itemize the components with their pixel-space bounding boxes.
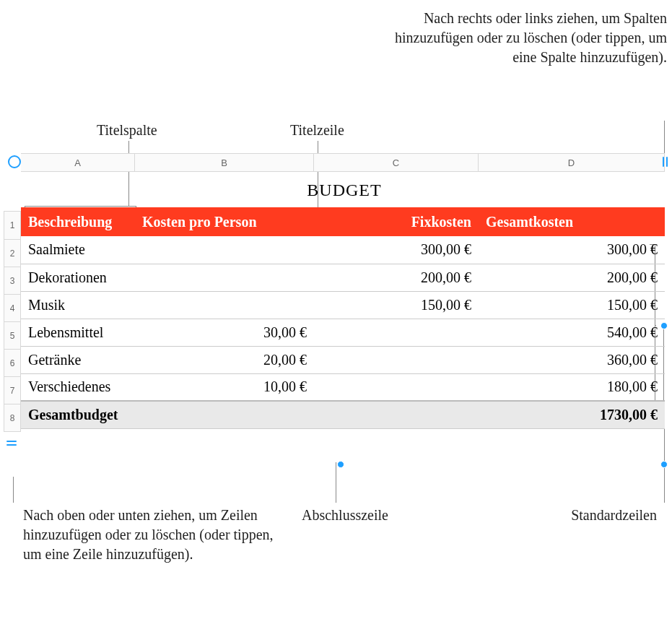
header-per-person[interactable]: Kosten pro Person (135, 207, 314, 236)
footer-total[interactable]: 1730,00 € (479, 401, 665, 428)
row-header-3[interactable]: 3 (4, 267, 21, 295)
row-header-4[interactable]: 4 (4, 295, 21, 322)
row-header-5[interactable]: 5 (4, 322, 21, 350)
column-header-row: A B C D (21, 153, 668, 172)
column-header-A[interactable]: A (21, 153, 135, 172)
column-header-C[interactable]: C (314, 153, 479, 172)
cell[interactable]: 200,00 € (479, 264, 665, 291)
leader-line (336, 462, 336, 503)
footer-row[interactable]: Gesamtbudget 1730,00 € (21, 401, 665, 428)
leader-line (664, 121, 665, 154)
cell[interactable]: 20,00 € (135, 346, 314, 373)
cell[interactable]: 360,00 € (479, 346, 665, 373)
cell[interactable]: 30,00 € (135, 319, 314, 346)
table-row[interactable]: Musik 150,00 € 150,00 € (21, 291, 665, 319)
callout-body-rows: Standardzeilen (520, 506, 657, 525)
cell[interactable] (135, 291, 314, 319)
table-row[interactable]: Getränke 20,00 € 360,00 € (21, 346, 665, 373)
cell[interactable] (314, 319, 479, 346)
header-fixed[interactable]: Fixkosten (314, 207, 479, 236)
cell[interactable]: Musik (21, 291, 135, 319)
header-row[interactable]: Beschreibung Kosten pro Person Fixkosten… (21, 207, 665, 236)
cell[interactable]: Verschiedenes (21, 373, 135, 401)
add-column-handle[interactable] (658, 155, 672, 169)
cell[interactable]: Saalmiete (21, 236, 135, 264)
cell[interactable]: 150,00 € (314, 291, 479, 319)
cell[interactable] (314, 346, 479, 373)
cell[interactable] (135, 264, 314, 291)
row-header-7[interactable]: 7 (4, 377, 21, 404)
table-row[interactable]: Verschiedenes 10,00 € 180,00 € (21, 373, 665, 401)
table-row[interactable]: Saalmiete 300,00 € 300,00 € (21, 236, 665, 264)
table-title[interactable]: BUDGET (21, 181, 668, 200)
budget-table[interactable]: Beschreibung Kosten pro Person Fixkosten… (21, 207, 665, 429)
leader-line (13, 477, 14, 503)
row-header-2[interactable]: 2 (4, 240, 21, 267)
callout-footer-row: Abschlusszeile (302, 506, 388, 525)
spreadsheet: A B C D 1 2 3 4 5 6 7 8 BUDGET Beschreib… (4, 153, 668, 432)
cell[interactable]: Lebensmittel (21, 319, 135, 346)
footer-label[interactable]: Gesamtbudget (21, 401, 135, 428)
column-header-D[interactable]: D (479, 153, 665, 172)
cell[interactable]: Getränke (21, 346, 135, 373)
selection-handle[interactable] (337, 461, 344, 468)
table-area: BUDGET Beschreibung Kosten pro Person Fi… (21, 181, 668, 432)
cell[interactable]: 300,00 € (479, 236, 665, 264)
row-header-gutter: 1 2 3 4 5 6 7 8 (4, 181, 21, 432)
header-desc[interactable]: Beschreibung (21, 207, 135, 236)
row-header-6[interactable]: 6 (4, 350, 21, 377)
selection-handle[interactable] (660, 461, 668, 468)
cell[interactable]: 200,00 € (314, 264, 479, 291)
cell[interactable] (314, 373, 479, 401)
row-header-1[interactable]: 1 (4, 211, 21, 240)
table-row[interactable]: Dekorationen 200,00 € 200,00 € (21, 264, 665, 291)
callout-columns-hint: Nach rechts oder links ziehen, um Spalte… (393, 9, 667, 67)
header-total[interactable]: Gesamtkosten (479, 207, 665, 236)
cell[interactable]: 10,00 € (135, 373, 314, 401)
row-header-8[interactable]: 8 (4, 404, 21, 432)
cell[interactable]: 180,00 € (479, 373, 665, 401)
cell[interactable] (135, 401, 314, 428)
table-select-handle[interactable] (8, 155, 21, 168)
selection-handle[interactable] (660, 322, 668, 329)
cell[interactable] (135, 236, 314, 264)
cell[interactable]: 150,00 € (479, 291, 665, 319)
add-row-handle[interactable] (5, 436, 18, 449)
cell[interactable]: 540,00 € (479, 319, 665, 346)
callout-title-row: Titelzeile (290, 121, 344, 140)
cell[interactable]: 300,00 € (314, 236, 479, 264)
cell[interactable]: Dekorationen (21, 264, 135, 291)
table-row[interactable]: Lebensmittel 30,00 € 540,00 € (21, 319, 665, 346)
callout-title-column: Titelspalte (97, 121, 157, 140)
callout-rows-hint: Nach oben oder unten ziehen, um Zeilen h… (23, 506, 276, 564)
column-header-B[interactable]: B (135, 153, 314, 172)
cell[interactable] (314, 401, 479, 428)
